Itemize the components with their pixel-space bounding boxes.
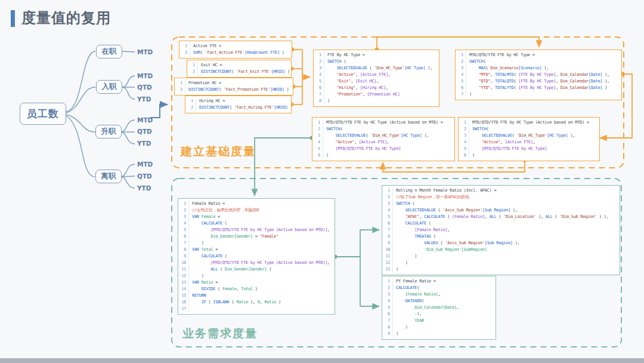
code-block-fte-by-hc-type: 1FTE By HC Type =2SWITCH (3 SELECTEDVALU… <box>313 50 439 107</box>
code-line: 1Hiring HC = <box>187 98 289 104</box>
code-line: 1FTE By HC Type = <box>315 52 436 59</box>
mindmap-branch-lines <box>66 51 135 188</box>
code-line: 2//女性占比，如果比例为空，则返回0 <box>179 207 332 214</box>
slide: 度量值的复用 <box>0 0 644 363</box>
code-line: 2DISTINCTCOUNT( 'Fact_Promotion FTE'[HRI… <box>176 87 290 93</box>
leaf-ytd: YTD <box>137 184 151 192</box>
code-line: 1Exit HC = <box>188 62 289 69</box>
code-line: 1Rolling n Month Female Ratio (Incl. APA… <box>383 187 617 194</box>
code-line: 8) <box>315 98 436 104</box>
code-line: 16 IF ( ISBLANK ( Ratio ), 0, Ratio ) <box>179 299 332 306</box>
mindmap-branch-promotion: 升职 <box>95 125 122 139</box>
code-line: 11 ) <box>383 253 617 260</box>
code-line: 11 ALL ( Dim_Gender[Gender] ) <box>179 266 332 273</box>
code-line: 4 SELECTEDVALUE ( 'Axis_Sub Region'[Sub … <box>383 207 617 214</box>
code-line: 6 -1, <box>383 311 493 318</box>
leaf-ytd: YTD <box>137 140 151 147</box>
code-line: 3VAR Female = <box>179 214 332 220</box>
code-block-promotion-hc: 1Promotion HC =2DISTINCTCOUNT( 'Fact_Pro… <box>174 78 293 96</box>
code-line: 3SWITCH ( <box>383 201 617 207</box>
code-block-active-based-mtd-right: 1MTD/QTD/YTD FTE by HC Type (Active base… <box>458 117 600 161</box>
code-line: 10 'Dim_Sub Region'[SubRegion] <box>383 247 617 253</box>
code-line: 9 CALCULATE ( <box>179 253 332 260</box>
code-block-py-female-ratio: 1PY Female Ratio =2CALCULATE(3 [Female R… <box>382 276 496 340</box>
code-line: 9 VALUES ( 'Axis_Sub Region'[Sub Region]… <box>383 240 617 247</box>
code-line: 6) <box>314 152 452 159</box>
code-block-female-ratio: 1Female Ratio =2//女性占比，如果比例为空，则返回03VAR F… <box>178 198 335 315</box>
code-line: 2DISTINCTCOUNT( 'Fact_Exit FTE'[HRID] ) <box>188 69 289 75</box>
code-block-rolling-female-ratio: 1Rolling n Month Female Ratio (Incl. APA… <box>382 185 620 275</box>
code-line: 3 [Female Ratio], <box>383 291 493 298</box>
code-line: 6 "YTD", TOTALYTD( [FTE By HC Type], Dim… <box>457 85 619 91</box>
code-line: 5 [MTD/QTD/YTD FTE by HC Type (Active ba… <box>179 227 332 233</box>
code-line: 2SWITCH( <box>457 59 619 65</box>
leaf-qtd: QTD <box>137 173 152 180</box>
code-line: 4 CALCULATE ( <box>179 220 332 227</box>
code-block-mtd-qtd-ytd: 1MTD/QTD/YTD FTE by HC Type =2SWITCH(3 M… <box>455 50 622 100</box>
code-line: 8VAR Total = <box>179 247 332 253</box>
code-line: 6 CALCULATE ( <box>383 220 617 227</box>
code-block-exit-hc: 1Exit HC =2DISTINCTCOUNT( 'Fact_Exit FTE… <box>187 60 292 78</box>
code-line: 5 "QTD", TOTALQTD( [FTE By HC Type], Dim… <box>457 78 619 85</box>
code-line: 8 TREATAS ( <box>383 233 617 240</box>
group-label-business-measures: 业务需求度量 <box>182 326 258 342</box>
code-line: 15RETURN <box>179 293 332 299</box>
code-line: 1MTD/QTD/YTD FTE by HC Type (Active base… <box>314 119 452 126</box>
code-block-active-based-mtd-left: 1MTD/QTD/YTD FTE by HC Type (Active base… <box>312 117 455 161</box>
code-line: 4 "Active", [Active FTE], <box>460 139 597 146</box>
code-line: 13) <box>383 266 617 273</box>
code-line: 17 <box>179 306 332 312</box>
code-line: 1MTD/QTD/YTD FTE by HC Type (Active base… <box>460 119 597 126</box>
code-line: 4 DATEADD( <box>383 298 493 304</box>
code-block-active-fte: 1Active FTE =2SUM( 'Fact_Active FTE'[Hea… <box>179 41 292 59</box>
code-line: 2CALCULATE( <box>383 285 493 291</box>
code-line: 4 "MTD", TOTALMTD( [FTE By HC Type], Dim… <box>457 72 619 78</box>
group-label-base-measures: 建立基础度量 <box>181 144 256 159</box>
mindmap-branch-hiring: 入职 <box>96 80 122 94</box>
code-line: 5 Dim_Calendar[Date], <box>383 304 493 311</box>
code-line: 3 SELECTEDVALUE( 'Dim_HC_Type'[HC Type] … <box>314 133 452 139</box>
code-line: 7 "Promotion", [Promotion HC] <box>315 91 436 98</box>
code-line: 14 DIVIDE ( Female, Total ) <box>179 286 332 293</box>
code-line: 5 "APAC", CALCULATE ( [Female Ratio], AL… <box>383 214 617 220</box>
code-line: 6 "Hiring", [Hiring HC], <box>315 85 436 91</box>
code-line: 7 ) <box>179 240 332 247</box>
code-line: 2//除了Sub Region，加一条APAC的折线 <box>383 194 617 201</box>
leaf-qtd: QTD <box>137 84 152 91</box>
code-line: 8 ) <box>383 324 493 331</box>
leaf-mtd: MTD <box>137 161 153 168</box>
code-line: 3 SELECTEDVALUE ( 'Dim_HC_Type'[HC Type]… <box>315 65 436 72</box>
code-line: 3 MAX( Dim_Scenario[Scenario] ), <box>457 65 619 72</box>
code-line: 1MTD/QTD/YTD FTE by HC Type = <box>457 52 619 59</box>
code-line: 12 ) <box>383 260 617 266</box>
code-block-hiring-hc: 1Hiring HC =2DISTINCTCOUNT( 'Fact_Hiring… <box>185 96 292 113</box>
code-line: 5 [MTD/QTD/YTD FTE by HC Type] <box>314 146 452 152</box>
leaf-mtd: MTD <box>137 48 153 56</box>
code-line: 1PY Female Ratio = <box>383 278 493 285</box>
leaf-ytd: YTD <box>137 96 151 103</box>
leaf-qtd: QTD <box>137 128 152 135</box>
code-line: 7 [Female Ratio], <box>383 227 617 233</box>
mindmap-root: 员工数 <box>20 103 66 125</box>
code-line: 2SWITCH ( <box>315 59 436 65</box>
code-line: 2SUM( 'Fact_Active FTE'[Headcount FTE] ) <box>181 50 289 56</box>
code-line: 1Promotion HC = <box>176 80 290 87</box>
code-line: 2SWITCH( <box>460 126 597 133</box>
mindmap-branch-exit: 离职 <box>95 170 122 183</box>
code-line: 12 ) <box>179 273 332 279</box>
bottom-edge-bar <box>0 358 644 363</box>
code-line: 5 [MTD/QTD/YTD FTE by HC Type] <box>460 146 597 152</box>
code-line: 9) <box>383 331 493 337</box>
code-line: 1Female Ratio = <box>179 201 332 207</box>
code-line: 1Active FTE = <box>181 43 289 50</box>
code-line: 4 "Active", [Active FTE], <box>315 72 436 78</box>
code-line: 7) <box>457 91 619 98</box>
code-line: 2DISTINCTCOUNT( 'Fact_Hiring FTE'[HRID] … <box>187 104 289 111</box>
code-line: 3 SELECTEDVALUE( 'Dim_HC_Type'[HC Type] … <box>460 133 597 139</box>
code-line: 6 Dim_Gender[Gender] = "Female" <box>179 233 332 240</box>
code-line: 4 "Active", [Active FTE], <box>314 139 452 146</box>
code-line: 13VAR Ratio = <box>179 279 332 286</box>
code-line: 2SWITCH( <box>314 126 452 133</box>
leaf-mtd: MTD <box>137 116 153 124</box>
code-line: 7 YEAR <box>383 318 493 324</box>
